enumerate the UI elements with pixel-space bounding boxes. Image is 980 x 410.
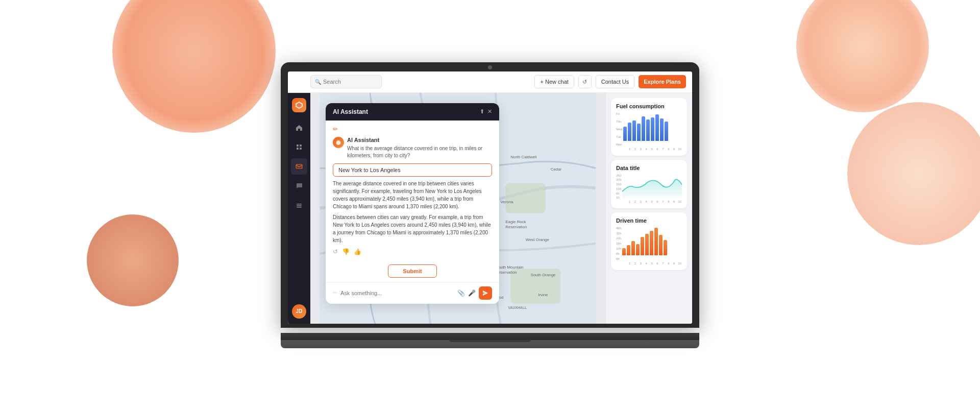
svg-text:South Mountain: South Mountain [496,264,524,269]
fuel-panel: Fuel consumption Fri Thu Wed Tue Mon [611,98,687,156]
sidebar-item-chat[interactable] [291,178,307,194]
driven-panel-title: Driven time [616,218,682,224]
sidebar-logo [292,98,306,112]
driven-bar-6 [645,234,649,255]
ai-redo-button[interactable]: ↺ [333,248,338,255]
search-icon: 🔍 [315,79,321,85]
svg-rect-12 [505,183,546,213]
driven-bar-10 [664,240,667,255]
fuel-bar-9 [660,118,664,141]
data-panel-title: Data title [616,165,682,171]
search-input[interactable] [323,79,377,85]
ai-avatar [333,137,344,148]
driven-panel: Driven time 48h 32h 24h 16h 10h 6h 0h [611,212,687,270]
sidebar: JD [288,93,310,324]
ai-dialog: AI Assistant ⬆ ✕ ✏ [326,103,499,304]
sidebar-item-home[interactable] [291,119,307,136]
laptop-camera [488,65,492,69]
laptop-base-notch [449,340,531,342]
blob-mid-right [847,102,980,245]
ai-message-row: AI Assistant What is the average distanc… [333,137,492,159]
ai-assistant-name: AI Assistant [347,137,492,143]
svg-text:Eagle Rock: Eagle Rock [505,220,526,224]
ai-like-button[interactable]: 👍 [354,248,361,255]
right-panels: Fuel consumption Fri Thu Wed Tue Mon [605,93,692,324]
svg-rect-3 [300,144,302,147]
ai-answer-2: Distances between cities can vary greatl… [333,213,492,244]
sidebar-item-mail[interactable] [291,158,307,175]
ai-question-text: What is the average distance covered in … [347,145,492,159]
user-avatar[interactable]: JD [292,304,306,319]
svg-rect-6 [296,164,302,168]
svg-text:Verona: Verona [501,200,514,204]
blob-mid-left [87,214,179,306]
blob-top-left [112,0,276,133]
ai-attach-icon[interactable]: 📎 [457,290,465,297]
driven-bar-2 [627,245,630,255]
fuel-bar-4 [637,124,641,141]
ai-submit-row: Submit [326,260,499,282]
driven-bar-1 [622,248,626,255]
driven-bar-7 [650,231,653,255]
laptop-base [281,333,699,348]
fuel-bar-8 [655,114,659,141]
ai-share-button[interactable]: ⬆ [480,108,484,115]
ai-send-button[interactable] [479,286,492,300]
fuel-bar-6 [646,119,650,141]
ai-answer-1: The average distance covered in one trip… [333,180,492,210]
svg-rect-4 [297,148,299,150]
svg-text:Cedar: Cedar [551,167,562,172]
svg-rect-2 [297,144,299,147]
ai-dislike-button[interactable]: 👎 [342,248,350,255]
ai-dialog-title: AI Assistant [333,108,368,115]
ai-submit-button[interactable]: Submit [388,264,436,278]
fuel-bar-2 [628,123,631,141]
navbar: 🔍 + New chat ↺ Contact Us Explore Plans [288,71,692,93]
svg-rect-9 [297,205,302,206]
history-button[interactable]: ↺ [578,75,592,88]
contact-us-button[interactable]: Contact Us [596,75,634,88]
blob-top-right [796,0,929,112]
ai-edit-icon: ✏ [333,126,492,133]
fuel-bar-1 [623,127,627,141]
sidebar-item-settings[interactable] [291,197,307,213]
fuel-bar-7 [651,117,654,141]
data-panel: Data title 250 200 150 100 60 10 [611,160,687,208]
map-area: North Caldwell Cedar Caldwell Verona Ros… [310,93,605,324]
svg-text:South Orange: South Orange [530,272,556,277]
ai-ask-input[interactable] [340,290,454,296]
ai-close-button[interactable]: ✕ [487,108,492,115]
ai-input-footer: ✏ 📎 🎤 [326,282,499,304]
laptop-bezel: 🔍 + New chat ↺ Contact Us Explore Plans [281,62,699,328]
svg-rect-5 [300,148,302,150]
driven-bar-5 [641,237,644,255]
sidebar-item-layers[interactable] [291,139,307,155]
fuel-bar-3 [632,120,636,141]
svg-rect-8 [297,204,302,205]
ai-mic-icon[interactable]: 🎤 [468,290,476,297]
ai-dialog-header-actions: ⬆ ✕ [480,108,492,115]
ai-dialog-body: ✏ AI Assistant What is the average dista… [326,120,499,260]
ai-footer-pencil-icon: ✏ [333,290,337,296]
svg-text:West Orange: West Orange [526,237,550,242]
laptop-screen: 🔍 + New chat ↺ Contact Us Explore Plans [288,71,692,324]
svg-text:Reservation: Reservation [505,225,527,229]
data-line-chart [622,174,682,200]
search-box[interactable]: 🔍 [310,75,382,88]
fuel-bar-10 [665,122,668,141]
ai-user-input-display: New York to Los Angeles [333,163,492,177]
fuel-panel-title: Fuel consumption [616,103,682,109]
explore-plans-button[interactable]: Explore Plans [639,75,686,88]
laptop-base-bottom [281,340,699,348]
app-container: 🔍 + New chat ↺ Contact Us Explore Plans [288,71,692,324]
fuel-bar-5 [642,116,645,141]
main-area: JD [288,93,692,324]
new-chat-button[interactable]: + New chat [534,75,574,88]
driven-bar-4 [636,244,640,255]
laptop-base-top [281,333,699,340]
svg-rect-10 [297,207,302,208]
svg-text:Irvine: Irvine [538,292,548,297]
ai-feedback-row: ↺ 👎 👍 [333,248,492,255]
driven-bar-9 [659,235,663,255]
ai-message-content: AI Assistant What is the average distanc… [347,137,492,159]
